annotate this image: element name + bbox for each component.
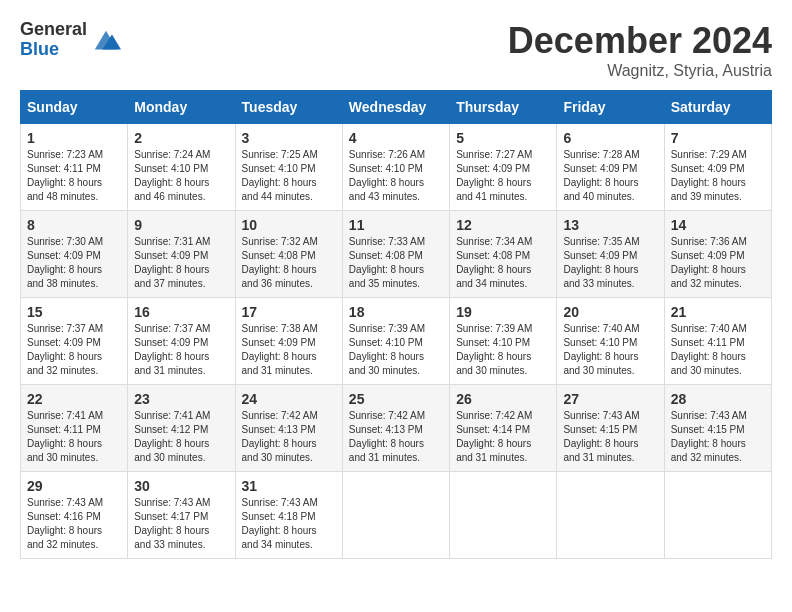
day-number: 26 xyxy=(456,391,550,407)
day-number: 14 xyxy=(671,217,765,233)
day-cell-25: 25 Sunrise: 7:42 AM Sunset: 4:13 PM Dayl… xyxy=(342,385,449,472)
day-info: Sunrise: 7:28 AM Sunset: 4:09 PM Dayligh… xyxy=(563,148,657,204)
day-info: Sunrise: 7:29 AM Sunset: 4:09 PM Dayligh… xyxy=(671,148,765,204)
day-info: Sunrise: 7:40 AM Sunset: 4:10 PM Dayligh… xyxy=(563,322,657,378)
day-info: Sunrise: 7:30 AM Sunset: 4:09 PM Dayligh… xyxy=(27,235,121,291)
empty-cell xyxy=(342,472,449,559)
page-header: General Blue December 2024 Wagnitz, Styr… xyxy=(20,20,772,80)
day-info: Sunrise: 7:43 AM Sunset: 4:18 PM Dayligh… xyxy=(242,496,336,552)
header-tuesday: Tuesday xyxy=(235,91,342,124)
location: Wagnitz, Styria, Austria xyxy=(508,62,772,80)
day-number: 21 xyxy=(671,304,765,320)
day-cell-9: 9 Sunrise: 7:31 AM Sunset: 4:09 PM Dayli… xyxy=(128,211,235,298)
day-info: Sunrise: 7:42 AM Sunset: 4:13 PM Dayligh… xyxy=(349,409,443,465)
day-info: Sunrise: 7:40 AM Sunset: 4:11 PM Dayligh… xyxy=(671,322,765,378)
day-cell-3: 3 Sunrise: 7:25 AM Sunset: 4:10 PM Dayli… xyxy=(235,124,342,211)
day-cell-14: 14 Sunrise: 7:36 AM Sunset: 4:09 PM Dayl… xyxy=(664,211,771,298)
day-number: 11 xyxy=(349,217,443,233)
day-info: Sunrise: 7:34 AM Sunset: 4:08 PM Dayligh… xyxy=(456,235,550,291)
day-cell-18: 18 Sunrise: 7:39 AM Sunset: 4:10 PM Dayl… xyxy=(342,298,449,385)
day-info: Sunrise: 7:41 AM Sunset: 4:11 PM Dayligh… xyxy=(27,409,121,465)
day-cell-31: 31 Sunrise: 7:43 AM Sunset: 4:18 PM Dayl… xyxy=(235,472,342,559)
header-monday: Monday xyxy=(128,91,235,124)
day-number: 22 xyxy=(27,391,121,407)
title-section: December 2024 Wagnitz, Styria, Austria xyxy=(508,20,772,80)
day-info: Sunrise: 7:24 AM Sunset: 4:10 PM Dayligh… xyxy=(134,148,228,204)
day-info: Sunrise: 7:43 AM Sunset: 4:16 PM Dayligh… xyxy=(27,496,121,552)
day-number: 24 xyxy=(242,391,336,407)
day-number: 28 xyxy=(671,391,765,407)
empty-cell xyxy=(450,472,557,559)
day-cell-27: 27 Sunrise: 7:43 AM Sunset: 4:15 PM Dayl… xyxy=(557,385,664,472)
day-info: Sunrise: 7:23 AM Sunset: 4:11 PM Dayligh… xyxy=(27,148,121,204)
day-info: Sunrise: 7:39 AM Sunset: 4:10 PM Dayligh… xyxy=(349,322,443,378)
day-cell-2: 2 Sunrise: 7:24 AM Sunset: 4:10 PM Dayli… xyxy=(128,124,235,211)
day-info: Sunrise: 7:43 AM Sunset: 4:17 PM Dayligh… xyxy=(134,496,228,552)
calendar-week-row: 15 Sunrise: 7:37 AM Sunset: 4:09 PM Dayl… xyxy=(21,298,772,385)
day-number: 31 xyxy=(242,478,336,494)
day-cell-21: 21 Sunrise: 7:40 AM Sunset: 4:11 PM Dayl… xyxy=(664,298,771,385)
calendar-body: 1 Sunrise: 7:23 AM Sunset: 4:11 PM Dayli… xyxy=(21,124,772,559)
day-cell-30: 30 Sunrise: 7:43 AM Sunset: 4:17 PM Dayl… xyxy=(128,472,235,559)
day-number: 23 xyxy=(134,391,228,407)
day-cell-28: 28 Sunrise: 7:43 AM Sunset: 4:15 PM Dayl… xyxy=(664,385,771,472)
day-info: Sunrise: 7:37 AM Sunset: 4:09 PM Dayligh… xyxy=(27,322,121,378)
day-info: Sunrise: 7:38 AM Sunset: 4:09 PM Dayligh… xyxy=(242,322,336,378)
weekday-row: Sunday Monday Tuesday Wednesday Thursday… xyxy=(21,91,772,124)
day-cell-22: 22 Sunrise: 7:41 AM Sunset: 4:11 PM Dayl… xyxy=(21,385,128,472)
day-number: 10 xyxy=(242,217,336,233)
header-friday: Friday xyxy=(557,91,664,124)
day-info: Sunrise: 7:32 AM Sunset: 4:08 PM Dayligh… xyxy=(242,235,336,291)
calendar-table: Sunday Monday Tuesday Wednesday Thursday… xyxy=(20,90,772,559)
day-info: Sunrise: 7:42 AM Sunset: 4:13 PM Dayligh… xyxy=(242,409,336,465)
day-number: 17 xyxy=(242,304,336,320)
day-cell-13: 13 Sunrise: 7:35 AM Sunset: 4:09 PM Dayl… xyxy=(557,211,664,298)
day-number: 3 xyxy=(242,130,336,146)
day-number: 30 xyxy=(134,478,228,494)
day-cell-20: 20 Sunrise: 7:40 AM Sunset: 4:10 PM Dayl… xyxy=(557,298,664,385)
day-cell-10: 10 Sunrise: 7:32 AM Sunset: 4:08 PM Dayl… xyxy=(235,211,342,298)
day-info: Sunrise: 7:25 AM Sunset: 4:10 PM Dayligh… xyxy=(242,148,336,204)
day-info: Sunrise: 7:35 AM Sunset: 4:09 PM Dayligh… xyxy=(563,235,657,291)
day-info: Sunrise: 7:26 AM Sunset: 4:10 PM Dayligh… xyxy=(349,148,443,204)
header-sunday: Sunday xyxy=(21,91,128,124)
day-cell-17: 17 Sunrise: 7:38 AM Sunset: 4:09 PM Dayl… xyxy=(235,298,342,385)
logo-blue: Blue xyxy=(20,40,87,60)
day-cell-5: 5 Sunrise: 7:27 AM Sunset: 4:09 PM Dayli… xyxy=(450,124,557,211)
day-number: 4 xyxy=(349,130,443,146)
day-cell-8: 8 Sunrise: 7:30 AM Sunset: 4:09 PM Dayli… xyxy=(21,211,128,298)
logo-text: General Blue xyxy=(20,20,87,60)
day-number: 19 xyxy=(456,304,550,320)
day-info: Sunrise: 7:43 AM Sunset: 4:15 PM Dayligh… xyxy=(671,409,765,465)
day-number: 9 xyxy=(134,217,228,233)
day-info: Sunrise: 7:31 AM Sunset: 4:09 PM Dayligh… xyxy=(134,235,228,291)
day-cell-24: 24 Sunrise: 7:42 AM Sunset: 4:13 PM Dayl… xyxy=(235,385,342,472)
day-number: 25 xyxy=(349,391,443,407)
empty-cell xyxy=(557,472,664,559)
day-cell-6: 6 Sunrise: 7:28 AM Sunset: 4:09 PM Dayli… xyxy=(557,124,664,211)
header-thursday: Thursday xyxy=(450,91,557,124)
day-number: 8 xyxy=(27,217,121,233)
day-cell-7: 7 Sunrise: 7:29 AM Sunset: 4:09 PM Dayli… xyxy=(664,124,771,211)
day-number: 20 xyxy=(563,304,657,320)
day-cell-29: 29 Sunrise: 7:43 AM Sunset: 4:16 PM Dayl… xyxy=(21,472,128,559)
day-cell-19: 19 Sunrise: 7:39 AM Sunset: 4:10 PM Dayl… xyxy=(450,298,557,385)
day-info: Sunrise: 7:27 AM Sunset: 4:09 PM Dayligh… xyxy=(456,148,550,204)
day-number: 6 xyxy=(563,130,657,146)
day-info: Sunrise: 7:37 AM Sunset: 4:09 PM Dayligh… xyxy=(134,322,228,378)
calendar-week-row: 22 Sunrise: 7:41 AM Sunset: 4:11 PM Dayl… xyxy=(21,385,772,472)
day-cell-26: 26 Sunrise: 7:42 AM Sunset: 4:14 PM Dayl… xyxy=(450,385,557,472)
day-number: 29 xyxy=(27,478,121,494)
day-cell-23: 23 Sunrise: 7:41 AM Sunset: 4:12 PM Dayl… xyxy=(128,385,235,472)
header-wednesday: Wednesday xyxy=(342,91,449,124)
day-cell-12: 12 Sunrise: 7:34 AM Sunset: 4:08 PM Dayl… xyxy=(450,211,557,298)
day-cell-11: 11 Sunrise: 7:33 AM Sunset: 4:08 PM Dayl… xyxy=(342,211,449,298)
day-info: Sunrise: 7:42 AM Sunset: 4:14 PM Dayligh… xyxy=(456,409,550,465)
day-number: 1 xyxy=(27,130,121,146)
logo-icon xyxy=(91,25,121,55)
day-cell-1: 1 Sunrise: 7:23 AM Sunset: 4:11 PM Dayli… xyxy=(21,124,128,211)
day-number: 13 xyxy=(563,217,657,233)
month-title: December 2024 xyxy=(508,20,772,62)
calendar-header: Sunday Monday Tuesday Wednesday Thursday… xyxy=(21,91,772,124)
day-number: 12 xyxy=(456,217,550,233)
